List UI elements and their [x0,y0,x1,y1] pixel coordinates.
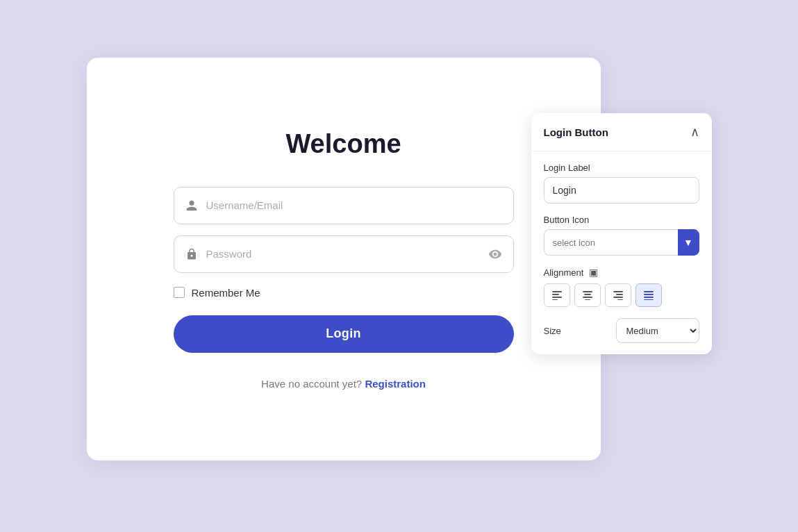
login-button[interactable]: Login [174,315,514,353]
align-right-btn[interactable] [605,283,631,307]
alignment-label-row: Alignment ▣ [544,267,699,278]
panel-header: Login Button ∧ [531,113,712,151]
login-form: Remember Me Login Have no account yet? R… [174,187,514,390]
svg-rect-0 [552,291,562,292]
align-justify-btn[interactable] [635,283,662,307]
eye-icon[interactable] [488,247,502,261]
alignment-monitor-icon: ▣ [589,267,598,278]
svg-rect-7 [585,299,590,300]
size-label: Size [544,326,561,336]
panel-title: Login Button [544,126,608,138]
login-title: Welcome [285,129,401,159]
button-icon-field-group: Button Icon ▼ [544,215,699,256]
align-center-btn[interactable] [574,283,601,307]
svg-rect-5 [584,294,591,295]
panel-body: Login Label Button Icon ▼ Alignment ▣ [531,151,712,354]
register-row: Have no account yet? Registration [174,378,514,390]
register-link[interactable]: Registration [365,378,426,390]
alignment-field-group: Alignment ▣ [544,267,699,307]
svg-rect-11 [617,299,623,300]
user-icon [185,199,198,212]
login-card: Welcome Remem [87,58,601,460]
svg-rect-6 [583,297,592,298]
svg-rect-14 [644,297,654,298]
username-input[interactable] [206,199,502,211]
svg-rect-8 [613,291,623,292]
svg-rect-2 [552,297,562,298]
register-text: Have no account yet? [261,378,362,390]
svg-rect-4 [583,291,592,292]
login-label-field-label: Login Label [544,163,699,173]
icon-select-dropdown-btn[interactable]: ▼ [678,229,699,256]
icon-select-row: ▼ [544,229,699,256]
align-left-btn[interactable] [544,283,570,307]
svg-rect-13 [644,294,654,295]
size-field-group: Size Small Medium Large [544,318,699,343]
svg-rect-15 [644,299,654,300]
svg-rect-1 [552,294,559,295]
alignment-buttons [544,283,699,307]
password-input[interactable] [206,248,488,260]
password-input-wrapper [174,235,514,273]
remember-label: Remember Me [192,287,260,299]
size-select[interactable]: Small Medium Large [616,318,699,343]
alignment-label: Alignment [544,267,584,278]
lock-icon [185,248,198,260]
remember-row: Remember Me [174,287,514,299]
panel-chevron-icon[interactable]: ∧ [690,124,699,140]
remember-checkbox[interactable] [174,287,185,298]
settings-panel: Login Button ∧ Login Label Button Icon ▼ [531,113,712,354]
button-icon-label: Button Icon [544,215,699,225]
svg-rect-9 [616,294,623,295]
icon-select-input[interactable] [544,229,678,256]
login-label-input[interactable] [544,177,699,203]
svg-rect-10 [613,297,623,298]
login-label-field-group: Login Label [544,163,699,203]
username-input-wrapper [174,187,514,224]
svg-rect-12 [644,291,654,292]
svg-rect-3 [552,299,558,300]
